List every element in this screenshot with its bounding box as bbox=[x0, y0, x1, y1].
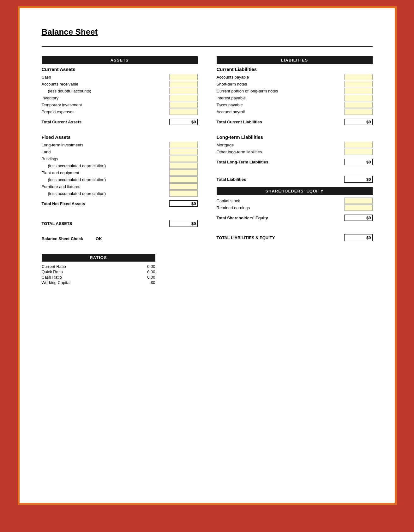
item-label: (less accumulated depreciation) bbox=[42, 191, 169, 196]
cash-input[interactable] bbox=[169, 74, 198, 80]
item-label: Capital stock bbox=[217, 198, 344, 203]
total-equity-label: Total Shareholders' Equity bbox=[217, 216, 268, 220]
list-item: Working Capital $0 bbox=[42, 280, 155, 285]
list-item: Plant and equipment bbox=[42, 169, 198, 176]
item-label: Taxes payable bbox=[217, 103, 344, 107]
item-label: Current portion of long-term notes bbox=[217, 89, 344, 93]
retained-earnings-input[interactable] bbox=[344, 204, 373, 211]
list-item: Current portion of long-term notes bbox=[217, 88, 373, 94]
fixed-assets-title: Fixed Assets bbox=[42, 134, 198, 140]
item-label: (less accumulated depreciation) bbox=[42, 163, 169, 168]
working-capital-label: Working Capital bbox=[42, 280, 71, 285]
item-label: Temporary investment bbox=[42, 103, 169, 107]
item-label: Buildings bbox=[42, 157, 169, 161]
list-item: Furniture and fixtures bbox=[42, 183, 198, 190]
assets-header: ASSETS bbox=[42, 56, 198, 64]
ratios-section: RATIOS Current Ratio 0.00 Quick Ratio 0.… bbox=[42, 254, 198, 285]
other-longterm-input[interactable] bbox=[344, 149, 373, 155]
list-item: Buildings bbox=[42, 156, 198, 162]
list-item: Short-term notes bbox=[217, 81, 373, 87]
item-label: Short-term notes bbox=[217, 82, 344, 86]
list-item: Accrued payroll bbox=[217, 109, 373, 115]
item-label: Plant and equipment bbox=[42, 170, 169, 175]
page-title: Balance Sheet bbox=[42, 27, 373, 37]
furniture-depreciation-input[interactable] bbox=[169, 190, 198, 197]
furniture-fixtures-input[interactable] bbox=[169, 183, 198, 190]
accounts-receivable-input[interactable] bbox=[169, 81, 198, 87]
main-content: ASSETS Current Assets Cash Accounts rece… bbox=[42, 56, 373, 286]
list-item: Temporary investment bbox=[42, 102, 198, 108]
current-portion-longterm-input[interactable] bbox=[344, 88, 373, 94]
total-fixed-assets-value: $0 bbox=[169, 200, 198, 207]
short-term-notes-input[interactable] bbox=[344, 81, 373, 87]
item-label: Interest payable bbox=[217, 96, 344, 100]
list-item: Retained earnings bbox=[217, 204, 373, 211]
capital-stock-input[interactable] bbox=[344, 198, 373, 204]
liabilities-header: LIABILITIES bbox=[217, 56, 373, 64]
list-item: (less doubtful accounts) bbox=[42, 88, 198, 94]
balance-check-row: Balance Sheet Check OK bbox=[42, 236, 198, 241]
list-item: Cash Ratio 0.00 bbox=[42, 275, 155, 280]
list-item: Taxes payable bbox=[217, 102, 373, 108]
list-item: Land bbox=[42, 149, 198, 155]
item-label: Accounts payable bbox=[217, 75, 344, 80]
interest-payable-input[interactable] bbox=[344, 95, 373, 101]
list-item: Quick Ratio 0.00 bbox=[42, 269, 155, 274]
less-doubtful-input[interactable] bbox=[169, 88, 198, 94]
total-assets-label: TOTAL ASSETS bbox=[42, 221, 72, 226]
list-item: Other long-term liabilities bbox=[217, 149, 373, 155]
total-longterm-liabilities-label: Total Long-Term Liabilities bbox=[217, 160, 268, 164]
land-input[interactable] bbox=[169, 149, 198, 155]
total-liabilities-equity-row: TOTAL LIABILITIES & EQUITY $0 bbox=[217, 234, 373, 241]
temp-investment-input[interactable] bbox=[169, 102, 198, 108]
item-label: Long-term investments bbox=[42, 143, 169, 147]
list-item: Inventory bbox=[42, 95, 198, 101]
buildings-depreciation-input[interactable] bbox=[169, 163, 198, 169]
accounts-payable-input[interactable] bbox=[344, 74, 373, 80]
total-assets-row: TOTAL ASSETS $0 bbox=[42, 220, 198, 227]
longterm-investments-input[interactable] bbox=[169, 142, 198, 148]
quick-ratio-label: Quick Ratio bbox=[42, 269, 63, 274]
total-assets-value: $0 bbox=[169, 220, 198, 227]
item-label: Retained earnings bbox=[217, 205, 344, 210]
prepaid-expenses-input[interactable] bbox=[169, 109, 198, 115]
current-ratio-value: 0.00 bbox=[147, 264, 155, 269]
item-label: Accrued payroll bbox=[217, 109, 344, 114]
total-equity-row: Total Shareholders' Equity $0 bbox=[217, 215, 373, 221]
cash-ratio-label: Cash Ratio bbox=[42, 275, 62, 280]
list-item: Current Ratio 0.00 bbox=[42, 264, 155, 269]
list-item: Mortgage bbox=[217, 142, 373, 148]
item-label: Land bbox=[42, 150, 169, 154]
current-assets-title: Current Assets bbox=[42, 67, 198, 72]
total-liabilities-label: Total Liabilities bbox=[217, 177, 246, 182]
assets-column: ASSETS Current Assets Cash Accounts rece… bbox=[42, 56, 198, 286]
total-liabilities-value: $0 bbox=[344, 176, 373, 183]
quick-ratio-value: 0.00 bbox=[147, 269, 155, 274]
total-fixed-assets-row: Total Net Fixed Assets $0 bbox=[42, 200, 198, 207]
balance-check-value: OK bbox=[96, 236, 102, 241]
cash-ratio-value: 0.00 bbox=[147, 275, 155, 280]
total-longterm-liabilities-value: $0 bbox=[344, 159, 373, 165]
buildings-input[interactable] bbox=[169, 156, 198, 162]
plant-equipment-input[interactable] bbox=[169, 169, 198, 176]
total-current-assets-value: $0 bbox=[169, 119, 198, 125]
total-current-liabilities-value: $0 bbox=[344, 119, 373, 125]
list-item: Interest payable bbox=[217, 95, 373, 101]
ratios-header: RATIOS bbox=[42, 254, 155, 262]
longterm-liabilities-title: Long-term Liabilities bbox=[217, 134, 373, 140]
inventory-input[interactable] bbox=[169, 95, 198, 101]
mortgage-input[interactable] bbox=[344, 142, 373, 148]
plant-depreciation-input[interactable] bbox=[169, 176, 198, 183]
balance-check-label: Balance Sheet Check bbox=[42, 236, 83, 241]
total-current-liabilities-label: Total Current Liabilities bbox=[217, 120, 262, 124]
page-container: Balance Sheet ASSETS Current Assets Cash… bbox=[18, 6, 397, 505]
taxes-payable-input[interactable] bbox=[344, 102, 373, 108]
list-item: Accounts payable bbox=[217, 74, 373, 80]
total-current-assets-label: Total Current Assets bbox=[42, 120, 81, 124]
total-liabilities-equity-value: $0 bbox=[344, 234, 373, 241]
total-current-assets-row: Total Current Assets $0 bbox=[42, 119, 198, 125]
accrued-payroll-input[interactable] bbox=[344, 109, 373, 115]
liabilities-column: LIABILITIES Current Liabilities Accounts… bbox=[217, 56, 373, 286]
total-current-liabilities-row: Total Current Liabilities $0 bbox=[217, 119, 373, 125]
list-item: (less accumulated depreciation) bbox=[42, 176, 198, 183]
